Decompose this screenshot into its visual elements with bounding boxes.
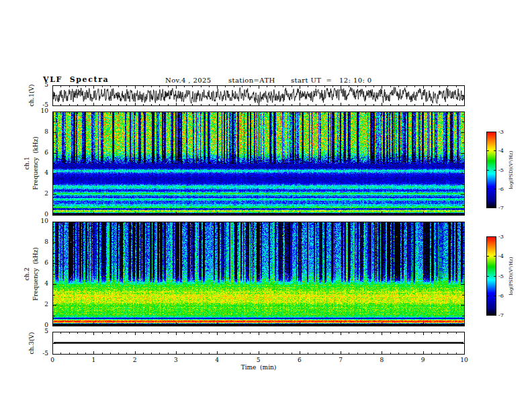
ch2-spectrogram-canvas: [52, 222, 465, 326]
ch3-waveform-canvas: [52, 332, 465, 355]
x-tick-label: 5: [252, 357, 265, 364]
colorbar-1-tick-label: -7: [498, 204, 504, 212]
x-tick-label: 1: [87, 357, 100, 364]
x-tick-label: 3: [169, 357, 183, 364]
ch1_spec-ytick-label: 2: [28, 190, 48, 197]
colorbar-ch1-canvas: [486, 132, 496, 208]
x-tick-label: 7: [334, 357, 347, 364]
vlf-spectra-screenshot: VLF Spectra Nov.4 , 2025 station=ATH sta…: [0, 0, 532, 411]
colorbar-2-tick-label: -7: [498, 312, 504, 319]
ch1-spectrogram-canvas: [52, 111, 465, 216]
colorbar-1-tick-label: -6: [498, 185, 504, 193]
colorbar-ch2-canvas: [486, 236, 496, 316]
ch2-spec-channel-label: ch.2: [24, 267, 30, 280]
colorbar-1-tick-label: -3: [498, 128, 504, 136]
plot-date: Nov.4 , 2025: [165, 77, 212, 84]
ch2-spec-ylabel: Frequency (kHz): [32, 247, 39, 300]
x-tick-label: 6: [293, 357, 306, 364]
x-tick-label: 8: [375, 357, 388, 364]
colorbar-2-tick-label: -3: [498, 233, 504, 240]
x-tick-label: 0: [46, 357, 59, 364]
colorbar-2-tick-label: -5: [498, 273, 504, 280]
colorbar-2-tick-label: -6: [498, 292, 504, 300]
ch2_spec-ytick-label: 2: [28, 301, 48, 308]
x-tick-label: 2: [128, 357, 142, 364]
x-tick-label: 10: [457, 357, 471, 364]
ch1_wave-ytick-label: -5: [28, 101, 48, 109]
colorbar-2-tick-label: -4: [498, 253, 504, 260]
x-tick-label: 9: [416, 357, 430, 364]
ch2_spec-ytick-label: 6: [28, 259, 48, 267]
colorbar-1-tick-label: -4: [498, 147, 504, 154]
colorbar-1-tick-label: -5: [498, 167, 504, 174]
plot-station: station=ATH: [228, 77, 275, 84]
colorbar-ch1-label: log(PSD)(V²/Hz): [508, 151, 515, 189]
plot-start-ut: start UT = 12: 10: 0: [291, 77, 372, 84]
ch1_spec-ytick-label: 6: [28, 149, 48, 156]
plot-title: VLF Spectra: [43, 75, 109, 84]
ch1-spec-ylabel: Frequency (kHz): [32, 136, 39, 189]
ch2_spec-ytick-label: 10: [28, 218, 48, 225]
ch1-waveform-canvas: [52, 85, 465, 106]
x-tick-label: 4: [210, 357, 224, 364]
ch2_spec-ytick-label: 8: [28, 238, 48, 246]
xaxis-title: Time (min): [218, 364, 299, 371]
ch2_spec-ytick-label: 4: [28, 280, 48, 287]
ch3_wave-ytick-label: -5: [28, 350, 48, 357]
ch1_spec-ytick-label: 8: [28, 128, 48, 136]
colorbar-ch2-label: log(PSD)(V²/Hz): [508, 257, 515, 295]
ch3_wave-ytick-label: 5: [28, 328, 48, 335]
ch1-spec-channel-label: ch.1: [24, 156, 30, 169]
ch1_spec-ytick-label: 4: [28, 169, 48, 177]
ch1_wave-ytick-label: 5: [28, 81, 48, 89]
